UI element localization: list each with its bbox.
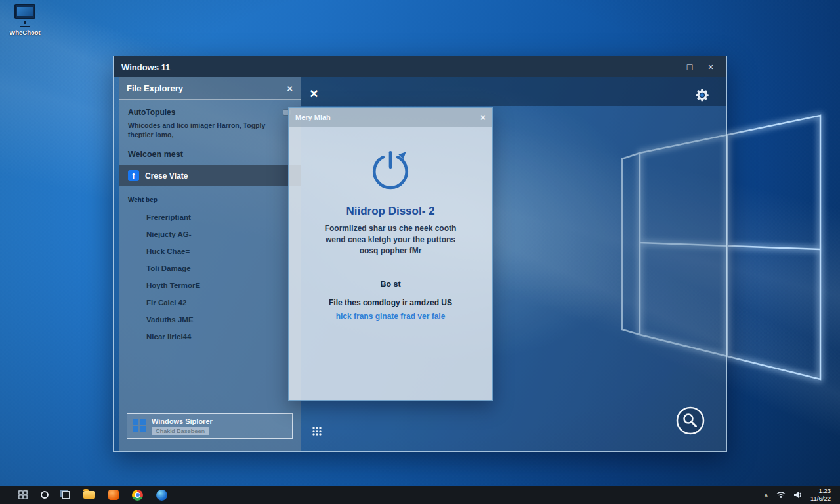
- window-titlebar[interactable]: Windows 11 — □ ×: [114, 56, 726, 77]
- panel-content: AutoTopules Whicodes and lico imiager Ha…: [119, 100, 301, 353]
- panel-close-icon[interactable]: ×: [287, 83, 293, 94]
- list-item[interactable]: Niejucty AG-: [128, 226, 291, 243]
- minimize-button[interactable]: —: [658, 62, 679, 72]
- app-window: Windows 11 — □ × File Explorery × AutoTo…: [113, 56, 727, 452]
- search-icon: [41, 491, 49, 499]
- main-content: × Mery Mlah ×: [301, 77, 726, 451]
- panel-description: Whicodes and lico imiager Harron, Togply…: [128, 121, 291, 139]
- computer-icon: [14, 4, 35, 19]
- list-item[interactable]: Huck Chae=: [128, 243, 291, 260]
- window-title: Windows 11: [121, 62, 170, 72]
- clock-time: 1:23: [810, 487, 831, 495]
- taskbar: ∧ 1:23 11/6/22: [0, 486, 840, 504]
- dialpad-grid-icon[interactable]: [312, 426, 322, 439]
- group-label: Weht bep: [128, 196, 291, 203]
- panel-subheader: Welcoen mest: [128, 150, 291, 159]
- orange-app-button[interactable]: [108, 490, 119, 500]
- desktop-icon-label: WheChoot: [9, 29, 41, 36]
- task-view-icon: [62, 491, 70, 499]
- dialog-line: File thes comdlogy ir amdzed US: [289, 298, 492, 307]
- panel-list: Frereriptiant Niejucty AG- Huck Chae= To…: [128, 209, 291, 345]
- tray-chevron-icon[interactable]: ∧: [764, 492, 768, 499]
- selected-item-label: Crese Vlate: [145, 171, 188, 180]
- list-item[interactable]: Nicar Ilricl44: [128, 328, 291, 345]
- dialog-link[interactable]: hick frans ginate frad ver fale: [289, 312, 492, 321]
- chrome-button[interactable]: [132, 490, 143, 501]
- close-button[interactable]: ×: [700, 62, 721, 72]
- footer-subtitle: Chakld Basebeen: [152, 427, 209, 435]
- task-view-button[interactable]: [62, 491, 70, 499]
- volume-icon[interactable]: [793, 491, 803, 499]
- computer-icon-stand: [24, 21, 26, 24]
- content-header-strip: [301, 77, 726, 106]
- folder-icon: [83, 491, 95, 499]
- settings-gear-icon[interactable]: [694, 87, 711, 106]
- desktop: WheChoot Windows 11 — □ × File Explorery…: [0, 0, 840, 504]
- file-explorer-button[interactable]: [83, 491, 95, 499]
- selected-item[interactable]: f Crese Vlate: [119, 165, 301, 186]
- windows-explorer-footer[interactable]: Windows Siplorer Chakld Basebeen: [127, 413, 293, 439]
- dialog-title: Mery Mlah: [295, 114, 331, 121]
- chrome-icon: [132, 490, 143, 501]
- windows-flag-icon: [133, 419, 146, 434]
- list-item[interactable]: Fir Calcl 42: [128, 294, 291, 311]
- window-body: File Explorery × AutoTopules Whicodes an…: [114, 77, 726, 451]
- panel-header: File Explorery ×: [119, 77, 301, 100]
- computer-icon-base: [20, 26, 30, 27]
- search-button[interactable]: [41, 491, 49, 499]
- list-item[interactable]: Toli Damage: [128, 260, 291, 277]
- footer-title: Windows Siplorer: [152, 417, 213, 425]
- dialog-heading: Niidrop Dissol- 2: [289, 205, 492, 218]
- dialog-subheading: Bo st: [289, 280, 492, 289]
- panel-section-title: AutoTopules: [128, 108, 175, 117]
- power-refresh-icon: [367, 185, 414, 196]
- dialog-titlebar[interactable]: Mery Mlah ×: [289, 108, 492, 127]
- orange-app-icon: [108, 490, 119, 500]
- start-button[interactable]: [18, 490, 28, 499]
- list-item[interactable]: Vaduths JME: [128, 311, 291, 328]
- maximize-button[interactable]: □: [679, 62, 700, 72]
- clock-date: 11/6/22: [810, 495, 831, 503]
- taskbar-clock[interactable]: 1:23 11/6/22: [810, 487, 831, 503]
- list-item[interactable]: Frereriptiant: [128, 209, 291, 226]
- file-explorer-panel: File Explorery × AutoTopules Whicodes an…: [119, 77, 301, 451]
- list-item[interactable]: Hoyth TermorE: [128, 277, 291, 294]
- overlay-close-icon[interactable]: ×: [310, 87, 318, 101]
- edge-button[interactable]: [156, 490, 167, 501]
- dialog-close-icon[interactable]: ×: [480, 112, 486, 123]
- dialog: Mery Mlah ×: [288, 107, 493, 401]
- panel-title: File Explorery: [127, 83, 183, 93]
- wifi-icon[interactable]: [776, 491, 786, 499]
- edge-icon: [156, 490, 167, 501]
- desktop-icon-whechoot[interactable]: WheChoot: [7, 4, 43, 36]
- computer-icon-screen: [17, 7, 33, 16]
- dialog-body-text: Foormiized shar us che neek cooth wend c…: [324, 223, 457, 256]
- facebook-icon: f: [128, 170, 139, 181]
- magnifier-icon[interactable]: [676, 406, 705, 438]
- dialog-body: Niidrop Dissol- 2 Foormiized shar us che…: [289, 127, 492, 321]
